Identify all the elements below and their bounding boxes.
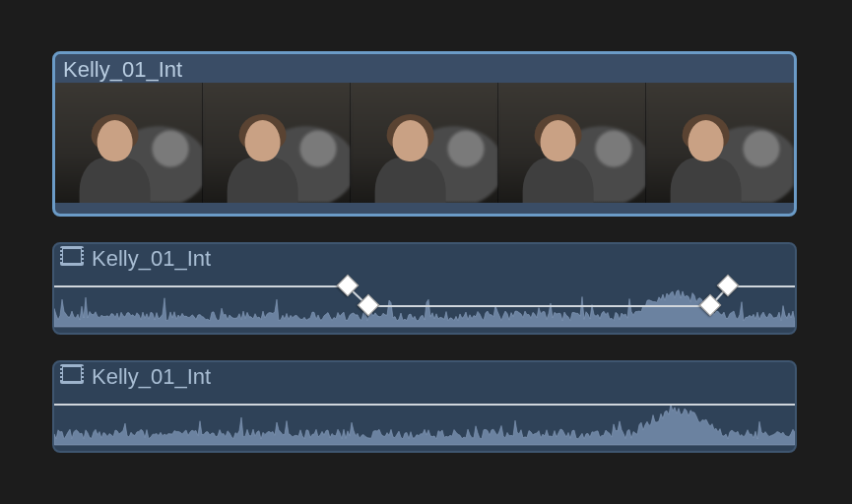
audio-waveform[interactable]	[54, 272, 795, 329]
svg-rect-14	[60, 366, 62, 368]
clip-name-label: Kelly_01_Int	[92, 364, 211, 390]
svg-rect-1	[63, 249, 81, 263]
clip-title-bar: Kelly_01_Int	[55, 54, 794, 83]
svg-rect-13	[63, 367, 81, 381]
audio-clip-1[interactable]: Kelly_01_Int	[52, 242, 797, 335]
svg-rect-18	[82, 366, 84, 368]
film-icon	[60, 364, 84, 390]
svg-rect-19	[82, 370, 84, 372]
clip-title-bar: Kelly_01_Int	[54, 244, 795, 272]
svg-rect-4	[60, 256, 62, 258]
clip-name-label: Kelly_01_Int	[63, 57, 182, 83]
thumbnail-frame[interactable]	[55, 83, 203, 203]
thumbnail-frame[interactable]	[351, 83, 498, 203]
svg-rect-21	[82, 378, 84, 380]
audio-waveform[interactable]	[54, 390, 795, 447]
svg-rect-17	[60, 378, 62, 380]
svg-rect-2	[60, 248, 62, 250]
volume-line[interactable]	[54, 404, 795, 406]
svg-rect-9	[82, 260, 84, 262]
svg-rect-5	[60, 260, 62, 262]
thumbnail-frame[interactable]	[646, 83, 794, 203]
svg-rect-16	[60, 374, 62, 376]
clip-title-bar: Kelly_01_Int	[54, 362, 795, 390]
svg-rect-6	[82, 248, 84, 250]
filmstrip[interactable]	[55, 83, 794, 203]
svg-rect-3	[60, 252, 62, 254]
svg-rect-8	[82, 256, 84, 258]
video-clip-1[interactable]: Kelly_01_Int	[52, 51, 797, 217]
film-icon	[60, 246, 84, 272]
clip-name-label: Kelly_01_Int	[92, 246, 211, 272]
thumbnail-frame[interactable]	[498, 83, 646, 203]
audio-clip-2[interactable]: Kelly_01_Int	[52, 360, 797, 453]
svg-rect-7	[82, 252, 84, 254]
timeline[interactable]: Kelly_01_Int Kelly_01_Int Kelly_01_Int	[0, 0, 852, 504]
svg-rect-20	[82, 374, 84, 376]
svg-rect-15	[60, 370, 62, 372]
thumbnail-frame[interactable]	[203, 83, 351, 203]
